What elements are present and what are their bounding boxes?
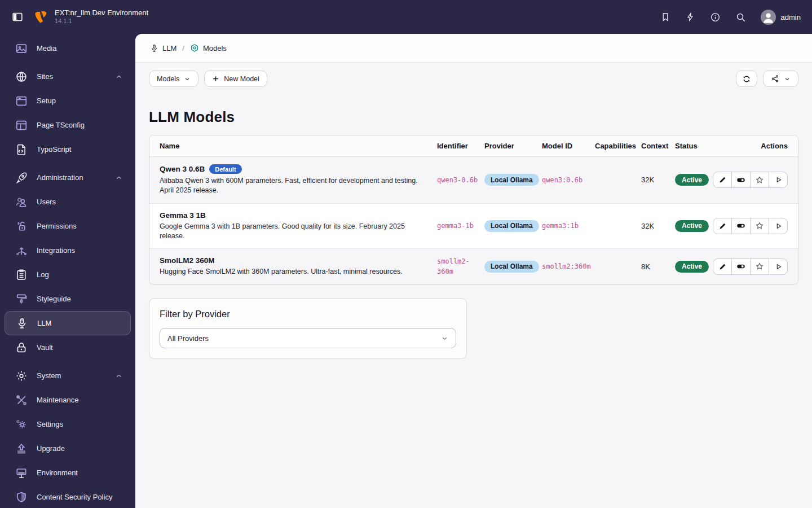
sidebar-item-label: TypoScript bbox=[37, 145, 123, 154]
sidebar-item-permissions[interactable]: Permissions bbox=[5, 214, 131, 238]
sidebar-item-label: Settings bbox=[37, 420, 123, 428]
star-icon bbox=[755, 262, 764, 271]
provider-badge: Local Ollama bbox=[484, 261, 539, 273]
model-name: Gemma 3 1B bbox=[160, 211, 206, 220]
column-header-identifier: Identifier bbox=[437, 142, 484, 150]
toggle-active-button[interactable] bbox=[731, 218, 751, 234]
model-id: smollm2:360m bbox=[542, 261, 595, 271]
microphone-icon bbox=[15, 317, 28, 330]
pencil-icon bbox=[718, 222, 727, 230]
media-icon bbox=[15, 42, 28, 55]
rocket-icon bbox=[15, 171, 28, 184]
column-header-provider: Provider bbox=[484, 142, 542, 150]
bookmark-icon[interactable] bbox=[660, 12, 670, 22]
tools-icon bbox=[15, 393, 28, 406]
run-test-button[interactable] bbox=[769, 259, 788, 275]
sidebar-item-integrations[interactable]: Integrations bbox=[5, 238, 131, 262]
play-icon bbox=[774, 222, 783, 230]
sidebar-item-typoscript[interactable]: TypoScript bbox=[5, 137, 131, 161]
favorite-button[interactable] bbox=[750, 172, 769, 188]
refresh-icon bbox=[742, 75, 751, 84]
toggle-active-button[interactable] bbox=[731, 172, 751, 188]
sidebar-item-content-security-policy[interactable]: Content Security Policy bbox=[5, 485, 131, 508]
sidebar-item-label: Media bbox=[37, 44, 123, 52]
sidebar-item-users[interactable]: Users bbox=[5, 190, 131, 214]
layout-icon bbox=[15, 119, 28, 132]
sidebar-item-setup[interactable]: Setup bbox=[5, 89, 131, 113]
breadcrumb-llm-label: LLM bbox=[162, 44, 176, 52]
file-code-icon bbox=[15, 143, 28, 156]
default-badge: Default bbox=[209, 164, 241, 174]
sidebar-item-page-tsconfig[interactable]: Page TSconfig bbox=[5, 113, 131, 137]
sidebar-item-label: Permissions bbox=[37, 222, 123, 230]
info-icon[interactable] bbox=[710, 12, 721, 23]
breadcrumb-models[interactable]: Models bbox=[190, 43, 227, 52]
sidebar-item-label: System bbox=[37, 371, 115, 380]
sidebar-item-upgrade[interactable]: Upgrade bbox=[5, 436, 131, 461]
new-model-button[interactable]: New Model bbox=[204, 71, 267, 87]
sidebar-item-vault[interactable]: Vault bbox=[5, 335, 131, 360]
provider-badge: Local Ollama bbox=[484, 220, 539, 232]
favorite-button[interactable] bbox=[750, 259, 769, 275]
provider-filter-value: All Providers bbox=[167, 334, 209, 343]
favorite-button[interactable] bbox=[750, 218, 769, 234]
breadcrumb-llm[interactable]: LLM bbox=[150, 44, 176, 52]
run-test-button[interactable] bbox=[769, 218, 788, 234]
typo3-logo-icon bbox=[34, 10, 48, 24]
sidebar-item-label: Page TSconfig bbox=[37, 121, 123, 129]
module-dropdown-button[interactable]: Models bbox=[149, 71, 198, 87]
edit-button[interactable] bbox=[713, 218, 732, 234]
run-test-button[interactable] bbox=[769, 172, 788, 188]
clipboard-icon bbox=[15, 268, 28, 281]
user-menu[interactable]: admin bbox=[761, 10, 801, 25]
column-header-model-id: Model ID bbox=[542, 142, 595, 150]
chevron-down-icon bbox=[784, 76, 791, 82]
status-badge: Active bbox=[675, 220, 709, 232]
search-icon[interactable] bbox=[735, 12, 746, 23]
sidebar-item-sites[interactable]: Sites bbox=[5, 64, 131, 89]
sidebar-item-maintenance[interactable]: Maintenance bbox=[5, 388, 131, 412]
models-table: Name Identifier Provider Model ID Capabi… bbox=[149, 135, 798, 284]
edit-button[interactable] bbox=[713, 259, 732, 275]
edit-button[interactable] bbox=[713, 172, 732, 188]
star-icon bbox=[755, 221, 764, 230]
avatar bbox=[761, 10, 776, 25]
share-button[interactable] bbox=[763, 71, 798, 87]
column-header-status: Status bbox=[675, 142, 712, 150]
app-brand[interactable]: EXT:nr_llm Dev Environment 14.1.1 bbox=[34, 8, 148, 25]
provider-filter-select[interactable]: All Providers bbox=[160, 328, 456, 348]
toggle-active-button[interactable] bbox=[731, 259, 751, 275]
table-row: Gemma 3 1B Google Gemma 3 with 1B parame… bbox=[149, 204, 798, 249]
sidebar-item-administration[interactable]: Administration bbox=[5, 165, 131, 190]
monitor-icon bbox=[15, 466, 28, 479]
flush-cache-icon[interactable] bbox=[685, 12, 695, 22]
toggle-icon bbox=[736, 261, 746, 271]
model-id: qwen3:0.6b bbox=[542, 175, 595, 185]
integrations-icon bbox=[15, 244, 28, 257]
microphone-icon bbox=[150, 44, 158, 52]
gear-icon bbox=[15, 369, 28, 382]
model-description: Hugging Face SmolLM2 with 360M parameter… bbox=[160, 267, 425, 277]
refresh-button[interactable] bbox=[736, 71, 757, 87]
users-icon bbox=[15, 195, 28, 208]
pencil-icon bbox=[718, 262, 727, 271]
model-identifier: gemma3-1b bbox=[437, 221, 484, 231]
chevron-down-icon bbox=[441, 335, 448, 342]
breadcrumb: LLM / Models bbox=[135, 34, 812, 63]
sidebar-item-system[interactable]: System bbox=[5, 364, 131, 388]
sidebar-item-llm[interactable]: LLM bbox=[5, 311, 131, 335]
sidebar-item-label: LLM bbox=[37, 319, 122, 327]
sidebar-item-label: Integrations bbox=[37, 246, 123, 255]
username-label: admin bbox=[781, 13, 801, 21]
sidebar-item-log[interactable]: Log bbox=[5, 262, 131, 287]
sidebar-item-media[interactable]: Media bbox=[5, 36, 131, 60]
sidebar-item-environment[interactable]: Environment bbox=[5, 461, 131, 485]
chevron-up-icon bbox=[115, 174, 123, 182]
sidebar-item-settings[interactable]: Settings bbox=[5, 412, 131, 436]
column-header-context: Context bbox=[641, 142, 675, 150]
sidebar-toggle-button[interactable] bbox=[9, 8, 26, 25]
model-name: SmolLM2 360M bbox=[160, 256, 215, 265]
star-icon bbox=[755, 176, 764, 185]
sidebar-item-styleguide[interactable]: Styleguide bbox=[5, 287, 131, 311]
table-row: Qwen 3 0.6B Default Alibaba Qwen 3 with … bbox=[149, 157, 798, 204]
